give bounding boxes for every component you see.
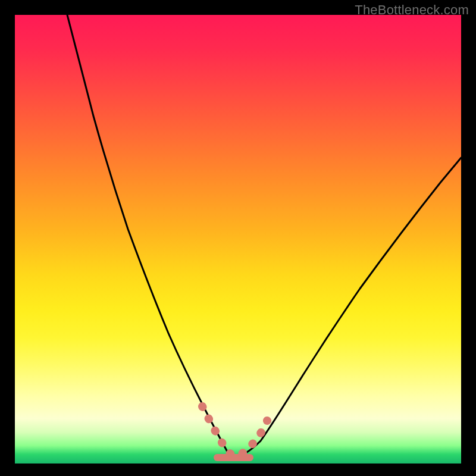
plot-area bbox=[15, 15, 461, 464]
left-curve bbox=[67, 15, 234, 459]
curve-layer bbox=[15, 15, 461, 464]
right-curve bbox=[234, 158, 461, 459]
elbow-highlight bbox=[202, 406, 267, 456]
chart-frame: TheBottleneck.com bbox=[0, 0, 476, 476]
